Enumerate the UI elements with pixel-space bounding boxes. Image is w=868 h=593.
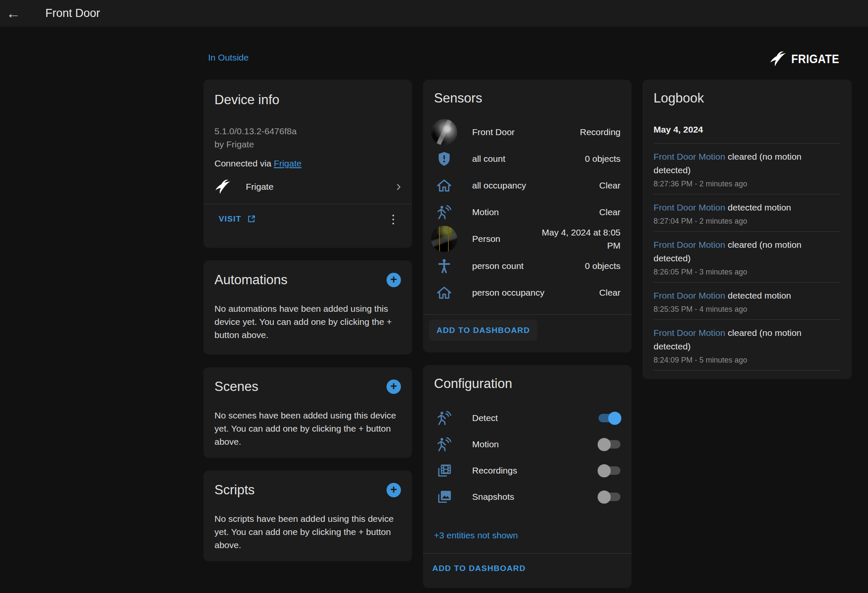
motion-sensor-icon (436, 436, 452, 452)
snapshots-toggle[interactable] (598, 493, 620, 501)
sensor-row-person[interactable]: Person May 4, 2024 at 8:05 PM (434, 225, 620, 252)
scenes-title: Scenes (214, 379, 258, 394)
logbook-entry: Front Door Motion cleared (no motion det… (654, 143, 841, 194)
shield-alert-icon (436, 151, 452, 167)
scripts-title: Scripts (214, 482, 255, 498)
sensor-name: Front Door (472, 127, 580, 137)
configuration-card: Configuration Detect Motion (423, 365, 632, 588)
logbook-entry: Front Door Motion detected motion 8:25:3… (654, 282, 841, 319)
add-script-button[interactable]: + (387, 483, 401, 497)
logbook-card: Logbook May 4, 2024 Front Door Motion cl… (643, 80, 852, 379)
logbook-entry: Front Door Motion cleared (no motion det… (654, 319, 841, 371)
person-icon (436, 258, 452, 274)
logbook-entry: Front Door Motion cleared (no motion det… (654, 231, 841, 282)
sensor-state: Clear (599, 288, 620, 298)
entity-link[interactable]: Front Door Motion (654, 240, 725, 249)
connected-via-link[interactable]: Frigate (274, 158, 301, 168)
entity-link[interactable]: Front Door Motion (654, 291, 725, 300)
add-automation-button[interactable]: + (387, 273, 401, 287)
sensor-row-front-door[interactable]: Front Door Recording (434, 119, 620, 145)
home-icon (436, 285, 452, 301)
automations-card: Automations + No automations have been a… (203, 260, 412, 355)
sensor-name: person occupancy (472, 288, 599, 298)
entities-not-shown-link[interactable]: +3 entities not shown (434, 510, 620, 553)
logbook-title: Logbook (654, 91, 841, 106)
entity-link[interactable]: Front Door Motion (654, 152, 725, 161)
sensor-state: Clear (599, 180, 620, 191)
sensor-name: all occupancy (472, 180, 599, 191)
entity-link[interactable]: Front Door Motion (654, 328, 725, 338)
logbook-date-header: May 4, 2024 (654, 125, 841, 135)
brand-text: FRIGATE (791, 52, 839, 66)
camera-thumbnail (431, 119, 457, 145)
frigate-brand-logo: FRIGATE (769, 49, 846, 69)
sensor-state: Recording (580, 127, 620, 137)
entity-link[interactable]: Front Door Motion (654, 202, 725, 212)
scripts-empty-text: No scripts have been added using this de… (214, 512, 401, 551)
sensor-row-person-occupancy[interactable]: person occupancy Clear (434, 279, 620, 306)
filmstrip-icon (436, 463, 452, 479)
config-row-motion: Motion (434, 431, 620, 457)
overflow-menu-icon[interactable]: ⋮ (381, 212, 405, 226)
image-multiple-icon (436, 489, 452, 505)
connected-via: Connected via Frigate (214, 157, 401, 170)
sensor-name: person count (472, 261, 585, 271)
config-name: Detect (472, 413, 598, 423)
logbook-timestamp: 8:27:04 PM - 2 minutes ago (654, 217, 841, 226)
sensor-row-all-occupancy[interactable]: all occupancy Clear (434, 172, 620, 199)
sensor-state: Clear (599, 207, 620, 217)
back-arrow-icon[interactable]: ← (0, 0, 27, 27)
sensor-name: Motion (472, 207, 599, 217)
sensor-row-person-count[interactable]: person count 0 objects (434, 252, 620, 279)
sensor-row-all-count[interactable]: all count 0 objects (434, 145, 620, 172)
logbook-timestamp: 8:24:09 PM - 5 minutes ago (654, 356, 841, 365)
automations-title: Automations (214, 272, 287, 288)
config-name: Recordings (472, 466, 598, 476)
sensor-row-motion[interactable]: Motion Clear (434, 199, 620, 225)
add-to-dashboard-button[interactable]: ADD TO DASHBOARD (428, 560, 626, 576)
device-info-title: Device info (214, 92, 401, 108)
logbook-timestamp: 8:25:35 PM - 4 minutes ago (654, 305, 841, 314)
config-row-recordings: Recordings (434, 457, 620, 484)
motion-sensor-icon (436, 410, 452, 426)
frigate-bird-icon (214, 178, 231, 195)
add-scene-button[interactable]: + (387, 380, 401, 394)
sensor-state: 0 objects (585, 154, 620, 164)
sensor-state: May 4, 2024 at 8:05 PM (538, 226, 620, 252)
config-name: Motion (472, 439, 598, 449)
integration-name: Frigate (246, 182, 396, 192)
frigate-bird-icon (769, 50, 787, 68)
config-row-detect: Detect (434, 405, 620, 431)
configuration-title: Configuration (434, 376, 620, 391)
sensor-name: all count (472, 154, 585, 164)
integration-row[interactable]: Frigate › (203, 170, 412, 204)
area-link[interactable]: In Outside (208, 53, 249, 63)
recordings-toggle[interactable] (598, 466, 620, 475)
motion-toggle[interactable] (598, 440, 620, 449)
person-thumbnail (431, 226, 457, 252)
app-header: ← Front Door (0, 0, 868, 27)
logbook-timestamp: 8:27:36 PM - 2 minutes ago (654, 180, 841, 188)
motion-sensor-icon (436, 204, 452, 220)
sensor-state: 0 objects (585, 261, 620, 271)
detect-toggle[interactable] (598, 414, 620, 422)
visit-button[interactable]: VISIT (214, 211, 260, 227)
chevron-right-icon: › (396, 181, 401, 192)
scenes-empty-text: No scenes have been added using this dev… (214, 409, 401, 448)
sensors-title: Sensors (434, 91, 620, 106)
device-version: 5.1.0/0.13.2-6476f8a (214, 125, 401, 138)
add-to-dashboard-button[interactable]: ADD TO DASHBOARD (432, 322, 534, 338)
scenes-card: Scenes + No scenes have been added using… (203, 367, 412, 458)
logbook-entry: Front Door Motion detected motion 8:27:0… (654, 194, 841, 231)
open-in-new-icon (247, 214, 256, 224)
config-name: Snapshots (472, 492, 598, 502)
logbook-timestamp: 8:26:05 PM - 3 minutes ago (654, 268, 841, 277)
config-row-snapshots: Snapshots (434, 484, 620, 510)
automations-empty-text: No automations have been added using thi… (214, 302, 401, 341)
sensors-card: Sensors Front Door Recording all count 0… (423, 80, 632, 352)
device-manufacturer: by Frigate (214, 138, 401, 151)
home-icon (436, 177, 452, 194)
sensor-name: Person (472, 234, 538, 244)
scripts-card: Scripts + No scripts have been added usi… (203, 471, 412, 561)
page-title: Front Door (45, 7, 100, 20)
